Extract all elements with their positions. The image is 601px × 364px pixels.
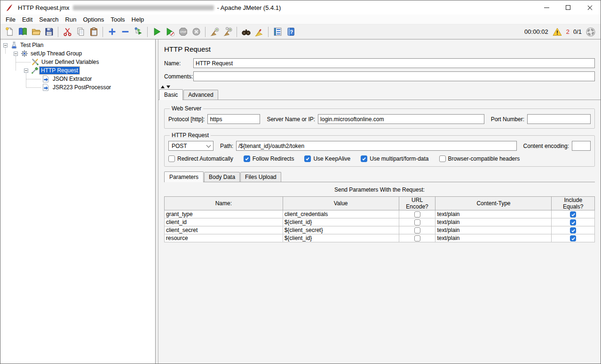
add-button[interactable]	[106, 26, 118, 38]
plus-icon	[107, 27, 117, 37]
stop-button[interactable]: STOP	[177, 26, 189, 38]
url-encode-cell[interactable]	[399, 210, 435, 218]
tab-advanced[interactable]: Advanced	[183, 90, 218, 100]
url-encode-cell[interactable]	[399, 234, 435, 242]
copy-button[interactable]	[74, 26, 87, 38]
comments-row: Comments:	[164, 71, 595, 81]
checkbox-checked-icon[interactable]	[570, 219, 576, 225]
page-title: HTTP Request	[164, 45, 595, 53]
include-equals-cell[interactable]	[552, 218, 595, 226]
browser-compatible-headers-checkbox[interactable]: Browser-compatible headers	[439, 155, 520, 162]
content-encoding-input[interactable]	[572, 141, 591, 151]
title-bar: HTTP Request.jmx - Apache JMeter (5.4.1)	[0, 0, 601, 15]
content-type-cell[interactable]: text/plain	[435, 210, 552, 218]
collapse-toggle-icon[interactable]	[24, 69, 28, 73]
checkbox-checked-icon[interactable]	[570, 227, 576, 233]
content-type-cell[interactable]: text/plain	[435, 218, 552, 226]
param-value-cell[interactable]: client_credentials	[283, 210, 399, 218]
toolbar-separator	[268, 27, 269, 37]
checkbox-checked-icon[interactable]	[570, 211, 576, 217]
use-multipart-checkbox[interactable]: Use multipart/form-data	[361, 155, 428, 162]
url-encode-cell[interactable]	[399, 218, 435, 226]
tab-body-data[interactable]: Body Data	[204, 172, 240, 182]
path-input[interactable]	[236, 141, 517, 151]
collapse-toggle-icon[interactable]	[3, 43, 8, 47]
tree-item-setup-thread-group[interactable]: setUp Thread Group	[0, 49, 155, 58]
menu-edit[interactable]: Edit	[19, 15, 36, 24]
maximize-button[interactable]	[557, 0, 579, 15]
tab-basic[interactable]: Basic	[159, 89, 183, 100]
tree-item-user-defined-variables[interactable]: User Defined Variables	[0, 58, 155, 66]
clear-button[interactable]	[208, 26, 221, 38]
tab-files-upload[interactable]: Files Upload	[240, 172, 281, 182]
param-value-cell[interactable]: ${client_id}	[283, 218, 399, 226]
checkbox-unchecked-icon[interactable]	[414, 227, 420, 233]
url-encode-cell[interactable]	[399, 226, 435, 234]
follow-redirects-checkbox[interactable]: Follow Redirects	[244, 155, 294, 162]
checkbox-unchecked-icon[interactable]	[414, 219, 420, 225]
open-folder-icon	[31, 27, 41, 37]
start-no-pauses-button[interactable]	[164, 26, 176, 38]
tab-parameters[interactable]: Parameters	[164, 171, 204, 182]
collapse-down-icon[interactable]	[166, 85, 170, 88]
server-name-input[interactable]	[318, 114, 484, 124]
cut-button[interactable]	[61, 26, 73, 38]
close-button[interactable]	[579, 0, 601, 15]
include-equals-cell[interactable]	[552, 210, 595, 218]
redirect-automatically-checkbox[interactable]: Redirect Automatically	[168, 155, 233, 162]
column-header-content-type: Content-Type	[435, 197, 552, 210]
content-type-cell[interactable]: text/plain	[435, 226, 552, 234]
paste-button[interactable]	[87, 26, 100, 38]
menu-help[interactable]: Help	[128, 15, 148, 24]
reset-search-button[interactable]	[253, 26, 265, 38]
port-number-input[interactable]	[527, 114, 591, 124]
menu-tools[interactable]: Tools	[107, 15, 128, 24]
clear-all-button[interactable]	[221, 26, 234, 38]
menu-file[interactable]: File	[2, 15, 19, 24]
toggle-button[interactable]	[132, 26, 144, 38]
param-value-cell[interactable]: ${client_id}	[283, 234, 399, 242]
templates-button[interactable]	[16, 26, 29, 38]
protocol-input[interactable]	[207, 114, 260, 124]
tree-item-json-extractor[interactable]: JSON Extractor	[0, 75, 155, 83]
menu-search[interactable]: Search	[36, 15, 62, 24]
menu-options[interactable]: Options	[79, 15, 107, 24]
checkbox-checked-icon[interactable]	[570, 235, 576, 241]
toolbar-status: 00:00:02 2 0/1	[524, 27, 596, 37]
editor-panel: HTTP Request Name: Comments: Basic Advan…	[158, 39, 601, 364]
include-equals-cell[interactable]	[552, 234, 595, 242]
param-name-cell[interactable]: grant_type	[165, 210, 283, 218]
open-button[interactable]	[30, 26, 42, 38]
param-name-cell[interactable]: client_secret	[165, 226, 283, 234]
new-file-button[interactable]	[3, 26, 16, 38]
method-select[interactable]: POST	[168, 141, 214, 151]
window-title-file: HTTP Request.jmx	[18, 4, 70, 11]
warning-icon[interactable]	[552, 27, 562, 37]
function-helper-button[interactable]	[271, 26, 284, 38]
menu-run[interactable]: Run	[62, 15, 80, 24]
param-name-cell[interactable]: resource	[165, 234, 283, 242]
start-button[interactable]	[150, 26, 163, 38]
table-row: client_id ${client_id} text/plain	[165, 218, 595, 226]
checkbox-unchecked-icon[interactable]	[414, 211, 420, 217]
close-icon	[587, 5, 593, 11]
include-equals-cell[interactable]	[552, 226, 595, 234]
help-button[interactable]: ?	[285, 26, 297, 38]
remove-button[interactable]	[119, 26, 131, 38]
param-value-cell[interactable]: ${client_secret}	[283, 226, 399, 234]
shutdown-button[interactable]	[190, 26, 202, 38]
search-button[interactable]	[240, 26, 252, 38]
collapse-toggle-icon[interactable]	[14, 52, 18, 56]
tree-item-jsr223-postprocessor[interactable]: JSR223 PostProcessor	[0, 83, 155, 92]
tree-item-test-plan[interactable]: Test Plan	[0, 41, 155, 49]
param-name-cell[interactable]: client_id	[165, 218, 283, 226]
content-type-cell[interactable]: text/plain	[435, 234, 552, 242]
minimize-button[interactable]	[536, 0, 557, 15]
use-keepalive-checkbox[interactable]: Use KeepAlive	[304, 155, 350, 162]
save-button[interactable]	[43, 26, 55, 38]
name-input[interactable]	[193, 58, 595, 68]
tree-item-http-request[interactable]: HTTP Request	[0, 66, 155, 75]
comments-input[interactable]	[193, 71, 595, 81]
collapse-up-icon[interactable]	[161, 85, 165, 88]
checkbox-unchecked-icon[interactable]	[414, 235, 420, 241]
